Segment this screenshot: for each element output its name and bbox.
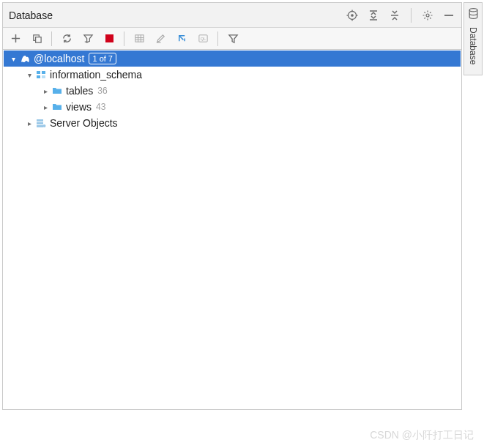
toolbar-divider-3 [217, 31, 218, 46]
side-tab-label: Database [468, 27, 478, 64]
chevron-down-icon: ▾ [8, 55, 18, 63]
item-count: 43 [96, 102, 105, 112]
toolbar: QL [3, 28, 461, 50]
schema-count-badge: 1 of 7 [89, 53, 116, 64]
chevron-right-icon: ▸ [24, 119, 34, 127]
tree-node-datasource[interactable]: ▾ @localhost 1 of 7 [4, 51, 461, 67]
panel-header: Database [3, 3, 461, 28]
tree-node-server-objects[interactable]: ▸ Server Objects [4, 115, 461, 131]
refresh-button[interactable] [59, 31, 75, 47]
panel-title: Database [9, 10, 346, 21]
database-tree[interactable]: ▾ @localhost 1 of 7 ▾ information_schema… [4, 51, 461, 408]
tree-node-label: Server Objects [50, 117, 118, 129]
schema-icon [34, 69, 48, 81]
side-tab-database[interactable]: Database [463, 2, 483, 75]
header-divider [411, 8, 412, 23]
svg-rect-27 [37, 75, 40, 78]
chevron-right-icon: ▸ [40, 103, 51, 111]
tree-node-views[interactable]: ▸ views 43 [4, 99, 461, 115]
sql-console-button[interactable]: QL [195, 31, 211, 47]
svg-rect-31 [37, 125, 43, 127]
folder-icon [51, 85, 64, 97]
item-count: 36 [97, 86, 107, 96]
add-button[interactable] [7, 31, 23, 47]
stop-button[interactable] [101, 31, 117, 47]
svg-rect-25 [37, 71, 40, 74]
tree-node-label: views [66, 101, 92, 113]
chevron-right-icon: ▸ [40, 87, 51, 95]
mysql-icon [18, 53, 31, 64]
jump-to-button[interactable] [174, 31, 190, 47]
header-actions [346, 8, 455, 23]
folder-icon [51, 101, 64, 113]
tree-node-label: tables [66, 85, 93, 97]
database-panel: Database [2, 2, 462, 410]
svg-point-9 [426, 14, 429, 17]
svg-point-33 [469, 9, 477, 12]
tree-node-schema[interactable]: ▾ information_schema [4, 67, 461, 83]
svg-text:QL: QL [200, 37, 205, 41]
chevron-down-icon: ▾ [24, 71, 34, 79]
server-objects-icon [34, 117, 48, 129]
tree-node-tables[interactable]: ▸ tables 36 [4, 83, 461, 99]
svg-rect-14 [35, 37, 41, 43]
duplicate-button[interactable] [29, 31, 45, 47]
svg-rect-16 [135, 35, 143, 42]
tree-node-label: information_schema [50, 69, 142, 81]
filter-button[interactable] [225, 31, 241, 47]
svg-rect-26 [42, 71, 45, 74]
svg-line-22 [179, 36, 183, 40]
svg-rect-29 [37, 119, 43, 122]
minimize-icon[interactable] [442, 9, 455, 22]
filter-stack-button[interactable] [80, 31, 96, 47]
edit-button[interactable] [152, 31, 168, 47]
toolbar-divider-2 [124, 31, 124, 46]
svg-point-1 [351, 14, 353, 15]
svg-rect-28 [42, 75, 45, 78]
collapse-all-icon[interactable] [388, 9, 401, 22]
svg-rect-30 [37, 122, 43, 124]
watermark: CSDN @小阡打工日记 [370, 429, 474, 442]
tree-node-label: @localhost [34, 53, 84, 64]
table-view-button[interactable] [131, 31, 147, 47]
svg-point-32 [43, 124, 46, 127]
expand-all-icon[interactable] [367, 9, 380, 22]
settings-icon[interactable] [421, 9, 434, 22]
database-icon [467, 7, 480, 23]
toolbar-divider-1 [51, 31, 52, 46]
target-icon[interactable] [346, 9, 359, 22]
